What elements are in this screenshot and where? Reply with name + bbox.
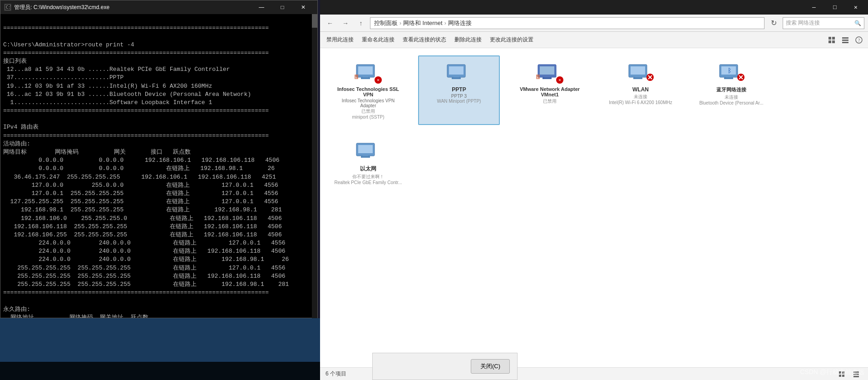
adapter-conn-infosec: miniport (SSTP)	[352, 115, 384, 120]
adapter-icon-wlan	[627, 61, 654, 84]
svg-text:C:\: C:\	[6, 5, 11, 10]
svg-rect-4	[829, 40, 831, 43]
svg-rect-12	[358, 66, 373, 75]
adapter-type-ethernet: Realtek PCIe GbE Family Contr...	[335, 180, 402, 185]
adapter-type-infosec: Infosec Technologies VPN	[342, 98, 395, 103]
netconn-maximize-button[interactable]: □	[824, 0, 845, 15]
netconn-toolbar: 禁用此连接 重命名此连接 查看此连接的状态 删除此连接 更改此连接的设置	[320, 32, 868, 48]
cmd-titlebar: C:\ 管理员: C:\Windows\system32\cmd.exe — □…	[0, 0, 317, 14]
disabled-badge: ✕	[375, 76, 382, 84]
settings-label: 更改此连接的设置	[490, 36, 533, 44]
cmd-line-3: C:\Users\Administrator>route print -4	[3, 41, 134, 48]
adapter-bluetooth[interactable]: ᛒ 蓝牙网络连接 未连接 Bluetooth Device (Personal …	[690, 55, 772, 125]
rename-label: 重命名此连接	[362, 36, 395, 44]
cmd-scrollbar-thumb[interactable]	[312, 14, 317, 28]
cmd-line-1: ========================================…	[3, 25, 269, 31]
search-box[interactable]: 搜索 网络连接 🔍	[783, 17, 864, 29]
back-button[interactable]: ←	[324, 17, 336, 30]
dialog-close-area: 关闭(C)	[372, 353, 518, 380]
adapter-type-pptp: PPTP 3	[451, 94, 467, 99]
view-large-icons-btn[interactable]	[825, 34, 838, 46]
cmd-icon: C:\	[4, 4, 11, 11]
bluetooth-status-icon	[737, 73, 745, 84]
view-list-btn[interactable]	[839, 34, 852, 46]
cmd-scrollbar[interactable]	[312, 14, 317, 319]
up-button[interactable]: ↑	[355, 17, 367, 30]
netconn-address-bar: ← → ↑ 控制面板 › 网络和 Internet › 网络连接 ↻ 搜索 网络…	[320, 15, 868, 32]
status-label: 查看此连接的状态	[403, 36, 446, 44]
adapter-icon-ethernet	[355, 140, 382, 162]
forward-button[interactable]: →	[339, 17, 352, 30]
cmd-close-button[interactable]: ✕	[293, 0, 314, 14]
disable-label: 禁用此连接	[326, 36, 354, 44]
adapter-status-pptp: WAN Miniport (PPTP)	[437, 99, 481, 104]
adapter-name-wlan: WLAN	[632, 86, 649, 93]
status-item-count: 6 个项目	[326, 370, 346, 378]
toolbar-status-btn[interactable]: 查看此连接的状态	[399, 34, 450, 46]
cmd-minimize-button[interactable]: —	[251, 0, 272, 14]
svg-rect-8	[842, 42, 848, 43]
netconn-window: — □ ✕ ← → ↑ 控制面板 › 网络和 Internet › 网络连接 ↻…	[320, 0, 868, 380]
toolbar-delete-btn[interactable]: 删除此连接	[451, 34, 485, 46]
netconn-minimize-button[interactable]: —	[804, 0, 824, 15]
adapter-icon-vmware: X ✕	[536, 61, 563, 84]
csdn-watermark: CSDN @行稳方能走远	[800, 368, 864, 376]
adapter-infosec-vpn[interactable]: X ✕ Infosec Technologies SSL VPN Infosec…	[327, 55, 409, 125]
adapter-type-wlan: 未连接	[634, 94, 647, 100]
adapter-name-infosec: Infosec Technologies SSL VPN	[333, 86, 404, 97]
search-placeholder: 搜索 网络连接	[786, 19, 820, 27]
netconn-close-button[interactable]: ✕	[845, 0, 866, 15]
adapter-type-infosec2: Adapter	[360, 103, 376, 108]
svg-text:?: ?	[858, 38, 860, 43]
toolbar-disable-btn[interactable]: 禁用此连接	[323, 34, 357, 46]
svg-rect-18	[449, 66, 464, 75]
adapter-wlan[interactable]: WLAN 未连接 Intel(R) Wi-Fi 6 AX200 160MHz	[600, 55, 681, 125]
help-icon: ?	[855, 36, 863, 44]
breadcrumb-part-2: 网络和 Internet	[403, 19, 443, 27]
large-icons-icon	[828, 36, 835, 44]
adapter-name-vmware: VMware Network Adapter VMnet1	[514, 86, 585, 97]
cmd-maximize-button[interactable]: □	[272, 0, 293, 14]
cmd-title-text: 管理员: C:\Windows\system32\cmd.exe	[14, 4, 109, 11]
adapter-pptp[interactable]: PPTP PPTP 3 WAN Miniport (PPTP)	[418, 55, 500, 125]
dialog-close-button[interactable]: 关闭(C)	[471, 359, 510, 374]
refresh-button[interactable]: ↻	[767, 17, 780, 30]
adapter-icon-infosec: X ✕	[355, 61, 382, 84]
svg-rect-5	[832, 40, 835, 43]
disabled-badge-vmware: ✕	[556, 76, 563, 84]
svg-rect-43	[358, 145, 373, 153]
svg-rect-24	[542, 77, 552, 79]
breadcrumb-sep-1: ›	[399, 20, 401, 26]
svg-text:X: X	[355, 76, 357, 79]
breadcrumb-part-1: 控制面板	[374, 19, 398, 27]
address-path[interactable]: 控制面板 › 网络和 Internet › 网络连接	[370, 17, 764, 29]
delete-label: 删除此连接	[454, 36, 482, 44]
adapter-type-bluetooth: Bluetooth Device (Personal Ar...	[699, 100, 763, 105]
cmd-content: ========================================…	[0, 14, 317, 318]
svg-rect-22	[540, 66, 554, 75]
breadcrumb-part-3: 网络连接	[448, 19, 472, 27]
list-view-icon	[842, 36, 849, 44]
taskbar-area	[0, 362, 320, 380]
adapter-vmware-vmnet1[interactable]: X ✕ VMware Network Adapter VMnet1 已禁用	[509, 55, 591, 125]
toolbar-rename-btn[interactable]: 重命名此连接	[358, 34, 398, 46]
netconn-main: X ✕ Infosec Technologies SSL VPN Infosec…	[320, 48, 868, 367]
adapter-name-ethernet: 以太网	[360, 165, 376, 173]
cmd-window: C:\ 管理员: C:\Windows\system32\cmd.exe — □…	[0, 0, 318, 318]
svg-text:X: X	[537, 76, 538, 79]
help-btn[interactable]: ?	[853, 34, 865, 46]
adapter-status-bluetooth: 未连接	[725, 94, 738, 100]
svg-text:ᛒ: ᛒ	[728, 67, 731, 74]
netconn-titlebar: — □ ✕	[320, 0, 868, 15]
svg-rect-28	[631, 66, 645, 75]
adapter-ethernet[interactable]: 以太网 你不要过来啊！ Realtek PCIe GbE Family Cont…	[327, 134, 409, 190]
svg-rect-45	[361, 156, 370, 158]
toolbar-settings-btn[interactable]: 更改此连接的设置	[486, 34, 537, 46]
cmd-controls: — □ ✕	[251, 0, 314, 14]
svg-rect-2	[829, 37, 831, 40]
svg-rect-37	[724, 77, 733, 79]
svg-rect-14	[361, 77, 370, 79]
adapter-name-bluetooth: 蓝牙网络连接	[716, 86, 746, 93]
adapter-name-pptp: PPTP	[452, 86, 466, 93]
ethernet-icon	[355, 140, 379, 160]
